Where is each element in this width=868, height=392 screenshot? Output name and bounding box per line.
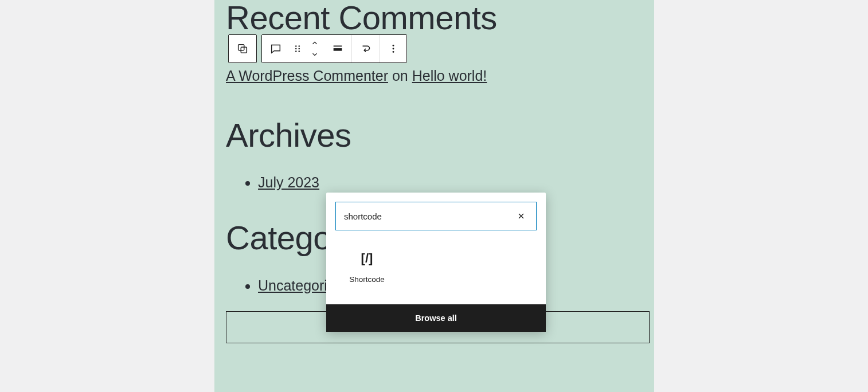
- archives-list: July 2023: [226, 174, 643, 191]
- drag-handle-button[interactable]: [290, 35, 306, 62]
- svg-point-13: [392, 45, 394, 46]
- chevron-up-icon: [311, 39, 319, 47]
- svg-point-8: [295, 50, 297, 52]
- move-up-button[interactable]: [306, 37, 324, 49]
- shortcode-icon: [/]: [361, 251, 373, 266]
- block-inserter-popover: [/] Shortcode Browse all: [326, 193, 546, 332]
- inserter-search-wrap: [326, 193, 546, 240]
- block-item-shortcode[interactable]: [/] Shortcode: [335, 244, 398, 291]
- svg-point-7: [298, 48, 300, 50]
- inserter-search-input[interactable]: [344, 211, 514, 221]
- block-mover: [306, 35, 324, 62]
- svg-point-4: [295, 45, 297, 47]
- transform-button[interactable]: [351, 35, 379, 62]
- more-options-button[interactable]: [379, 35, 406, 62]
- svg-point-14: [392, 48, 394, 50]
- block-toolbar: [228, 34, 407, 63]
- toolbar-group-main: [261, 34, 407, 63]
- archive-link[interactable]: July 2023: [258, 174, 319, 190]
- more-vertical-icon: [387, 42, 400, 55]
- svg-rect-11: [334, 48, 342, 51]
- select-parent-button[interactable]: [229, 35, 256, 62]
- align-button[interactable]: [324, 35, 351, 62]
- recent-comment-item: A WordPress Commenter on Hello world!: [226, 68, 643, 84]
- browse-all-button[interactable]: Browse all: [326, 304, 546, 332]
- move-down-button[interactable]: [306, 49, 324, 60]
- comment-post-link[interactable]: Hello world!: [412, 68, 487, 84]
- svg-point-5: [298, 45, 300, 47]
- heading-recent-comments: Recent Comments: [226, 0, 643, 38]
- list-item: July 2023: [258, 174, 643, 191]
- svg-point-9: [298, 50, 300, 52]
- comment-author-link[interactable]: A WordPress Commenter: [226, 68, 388, 84]
- block-type-button[interactable]: [262, 35, 290, 62]
- heading-archives: Archives: [226, 116, 643, 154]
- svg-point-15: [392, 51, 394, 53]
- close-icon: [517, 211, 526, 221]
- drag-icon: [291, 42, 304, 55]
- clear-search-button[interactable]: [514, 209, 528, 223]
- group-icon: [236, 42, 249, 55]
- comment-sep: on: [388, 68, 412, 84]
- align-icon: [331, 42, 344, 55]
- toolbar-group-parent: [228, 34, 257, 63]
- inserter-search: [335, 202, 537, 230]
- svg-point-6: [295, 48, 297, 50]
- svg-rect-10: [334, 46, 342, 47]
- transform-icon: [359, 42, 372, 55]
- svg-rect-12: [334, 52, 342, 53]
- chevron-down-icon: [311, 50, 319, 58]
- comments-icon: [269, 42, 282, 55]
- inserter-results: [/] Shortcode: [326, 240, 546, 304]
- block-item-label: Shortcode: [349, 275, 385, 284]
